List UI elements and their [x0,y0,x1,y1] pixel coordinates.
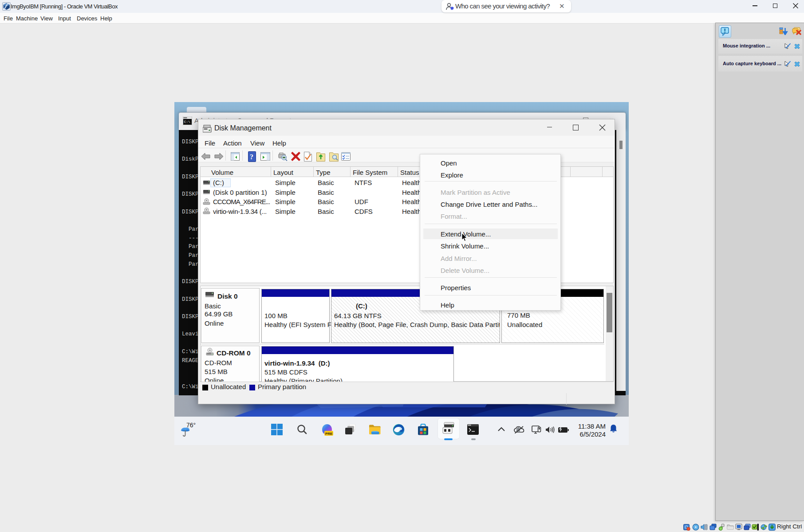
svg-text:?: ? [250,153,253,161]
svg-text:C:\: C:\ [184,120,191,124]
svg-text:PRE: PRE [325,432,333,436]
